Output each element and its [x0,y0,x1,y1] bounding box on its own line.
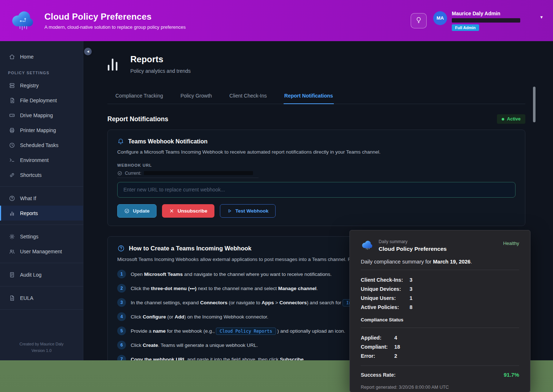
howto-card-title: How to Create a Teams Incoming Webhook [129,245,252,252]
shortcuts-icon [9,172,15,178]
webhook-card-description: Configure a Microsoft Teams Incoming Web… [117,149,516,156]
sidebar-divider [0,225,83,225]
stat-row: Client Check-Ins:3 [361,275,519,284]
webhook-url-input[interactable] [117,182,516,198]
step-number: 6 [117,341,126,349]
user-management-icon [9,248,15,255]
sidebar-item-label: Home [20,54,33,60]
step-number: 5 [117,326,126,335]
sidebar-item-scheduled-tasks[interactable]: Scheduled Tasks [0,138,83,153]
success-rate-value: 91.7% [503,372,519,378]
sidebar-item-printer-mapping[interactable]: Printer Mapping [0,123,83,138]
sidebar-item-label: Environment [20,157,49,163]
sidebar-item-settings[interactable]: Settings [0,229,83,244]
webhook-actions: Update Unsubscribe [117,204,516,218]
lightbulb-icon [415,16,422,25]
step-text: Click the three-dot menu (•••) next to t… [131,284,318,293]
eula-icon [9,295,15,301]
stat-label: Unique Users: [361,295,410,301]
divider [361,270,519,270]
webhook-url-label: WEBHOOK URL [117,163,516,167]
chevron-down-icon[interactable]: ▼ [540,15,544,19]
compliance-label: Error: [361,353,394,359]
role-badge: Full Admin [452,24,479,31]
tab-compliance-tracking[interactable]: Compliance Tracking [115,89,164,104]
teams-title: Cloud Policy Preferences [379,246,447,252]
bar-chart-icon [107,54,118,71]
sidebar-footer-line1: Created by Maurice Daly [0,341,83,347]
tab-policy-growth[interactable]: Policy Growth [180,89,213,104]
step-number: 3 [117,298,126,307]
sidebar-item-reports[interactable]: Reports [0,206,83,221]
tab-report-notifications[interactable]: Report Notifications [284,89,334,104]
scrollbar-thumb[interactable] [533,87,536,122]
app-title: Cloud Policy Preferences [44,12,186,22]
sidebar-footer: Created by Maurice Daly Version 1.0 [0,341,83,360]
sidebar-item-environment[interactable]: Environment [0,153,83,167]
sidebar-item-eula[interactable]: EULA [0,290,83,305]
sidebar-item-shortcuts[interactable]: Shortcuts [0,167,83,182]
status-badge: Active [497,114,525,124]
bell-icon [117,138,124,145]
sidebar-item-label: Printer Mapping [20,127,56,133]
success-rate-row: Success Rate: 91.7% [361,371,519,379]
sidebar-item-label: Settings [20,234,39,239]
sidebar-item-label: Registry [20,83,39,88]
step-number: 2 [117,284,126,293]
sidebar-item-audit-log[interactable]: Audit Log [0,267,83,282]
page-header: Reports Policy analytics and trends [107,54,525,74]
app-subtitle: A modern, cloud-native solution to repla… [44,24,186,30]
teams-compliance: Applied:4Compliant:18Error:2 [361,333,519,360]
update-button[interactable]: Update [117,204,157,218]
file-deployment-icon [9,97,15,104]
test-webhook-button[interactable]: Test Webhook [220,204,276,218]
check-circle-icon [124,208,130,214]
step-text: Click Configure (or Add) on the Incoming… [131,312,268,321]
unsubscribe-button[interactable]: Unsubscribe [162,204,214,218]
stat-label: Active Policies: [361,304,410,310]
stat-label: Unique Devices: [361,286,410,292]
environment-icon [9,157,15,163]
compliance-value: 2 [394,353,519,359]
settings-icon [9,233,15,240]
app-header: Cloud Policy Preferences A modern, cloud… [0,0,553,41]
sidebar-item-label: Reports [20,210,38,216]
cloud-logo-icon [361,239,374,250]
sidebar-item-user-management[interactable]: User Management [0,244,83,259]
sidebar-divider [0,309,83,310]
compliance-heading: Compliance Status [361,317,519,322]
status-dot-icon [502,118,504,120]
redacted-current-url [144,171,253,175]
user-menu[interactable]: MA Maurice Daly Admin Full Admin ▼ [433,11,544,31]
compliance-row: Applied:4 [361,333,519,342]
tabs: Compliance TrackingPolicy GrowthClient C… [107,89,525,104]
cloud-logo-icon [9,11,36,31]
sidebar-collapse-button[interactable]: ◀ [84,48,92,55]
stat-value: 3 [410,277,519,283]
section-title: Report Notifications [107,115,168,123]
sidebar-item-file-deployment[interactable]: File Deployment [0,93,83,108]
stat-value: 1 [410,295,519,301]
play-icon [227,208,232,214]
current-webhook-row: Current: [117,171,258,178]
sidebar-item-what-if[interactable]: What If [0,191,83,206]
theme-toggle-button[interactable] [411,13,427,28]
stat-label: Client Check-Ins: [361,277,410,283]
tab-client-check-ins[interactable]: Client Check-Ins [229,89,268,104]
stat-value: 8 [410,304,519,310]
audit-log-icon [9,272,15,278]
page-subtitle: Policy analytics and trends [130,68,191,74]
sidebar-item-registry[interactable]: Registry [0,78,83,93]
current-label: Current: [125,171,141,176]
sidebar-item-label: User Management [20,249,62,254]
registry-icon [9,82,15,89]
page-title: Reports [130,54,191,64]
sidebar-item-drive-mapping[interactable]: Drive Mapping [0,108,83,123]
teams-message-preview: Daily summary Cloud Policy Preferences H… [349,230,530,392]
sidebar-item-label: EULA [20,295,33,301]
sidebar-section-label: POLICY SETTINGS [8,71,83,75]
sidebar-divider [0,286,83,286]
divider [361,328,519,328]
sidebar-item-home[interactable]: Home [0,49,83,64]
step-number: 7 [117,355,126,360]
